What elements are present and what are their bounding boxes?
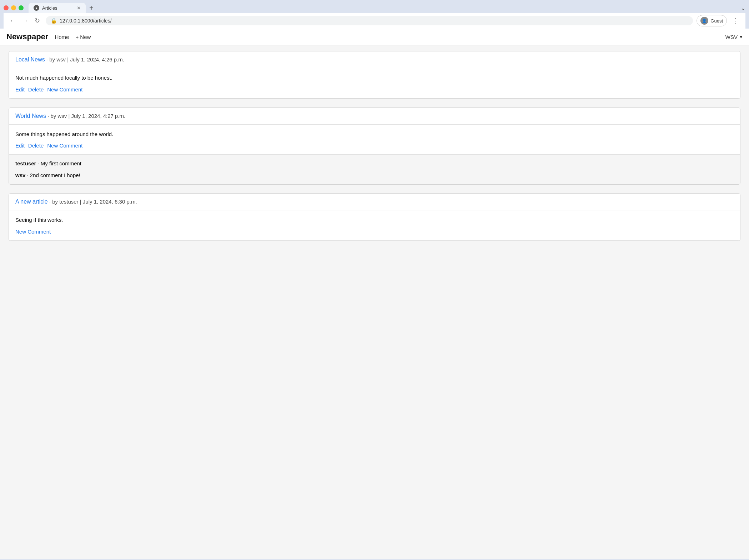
tab-title: Articles (42, 5, 57, 11)
url-bar[interactable]: 🔒 (46, 16, 693, 25)
action-new-comment-link[interactable]: New Comment (47, 86, 82, 92)
profile-button[interactable]: 👤 Guest (697, 15, 727, 26)
article-body: Some things happened around the world.Ed… (9, 125, 740, 155)
active-tab[interactable]: ● Articles ✕ (29, 3, 86, 13)
article-meta: · by wsv | July 1, 2024, 4:27 p.m. (46, 113, 125, 119)
tab-list-button[interactable]: ⌄ (741, 5, 745, 11)
action-delete-link[interactable]: Delete (28, 142, 44, 149)
article-card: World News · by wsv | July 1, 2024, 4:27… (9, 108, 740, 185)
back-button[interactable]: ← (8, 16, 18, 26)
security-icon: 🔒 (51, 18, 57, 24)
action-new-comment-link[interactable]: New Comment (15, 229, 51, 235)
comment: wsv · 2nd comment I hope! (15, 171, 734, 180)
article-card: Local News · by wsv | July 1, 2024, 4:26… (9, 51, 740, 99)
browser-chrome: ● Articles ✕ + ⌄ ← → ↻ 🔒 👤 Guest ⋮ (0, 0, 749, 29)
reload-button[interactable]: ↻ (32, 16, 42, 26)
article-header: World News · by wsv | July 1, 2024, 4:27… (9, 108, 740, 125)
maximize-button[interactable] (19, 5, 24, 10)
action-new-comment-link[interactable]: New Comment (47, 142, 82, 149)
article-text: Some things happened around the world. (15, 130, 734, 139)
comment: testuser · My first comment (15, 160, 734, 168)
article-title-link[interactable]: A new article (15, 199, 48, 205)
window-controls (4, 5, 24, 10)
article-card: A new article · by testuser | July 1, 20… (9, 193, 740, 241)
tab-bar: ● Articles ✕ + ⌄ (4, 3, 745, 13)
article-title-link[interactable]: World News (15, 113, 46, 119)
action-edit-link[interactable]: Edit (15, 142, 25, 149)
user-menu[interactable]: WSV ▾ (725, 34, 743, 40)
article-header: Local News · by wsv | July 1, 2024, 4:26… (9, 51, 740, 68)
article-actions: EditDeleteNew Comment (15, 86, 734, 92)
tab-close-button[interactable]: ✕ (77, 6, 81, 10)
page-content: Newspaper Home + New WSV ▾ Local News · … (0, 29, 749, 559)
article-actions: New Comment (15, 229, 734, 235)
action-delete-link[interactable]: Delete (28, 86, 44, 92)
close-button[interactable] (4, 5, 9, 10)
minimize-button[interactable] (11, 5, 16, 10)
tab-favicon: ● (34, 5, 39, 11)
article-body: Seeing if this works.New Comment (9, 210, 740, 241)
user-label: WSV (725, 34, 738, 40)
article-meta: · by wsv | July 1, 2024, 4:26 p.m. (45, 56, 124, 62)
nav-buttons: ← → ↻ (8, 16, 42, 26)
new-tab-button[interactable]: + (87, 4, 96, 12)
article-title-link[interactable]: Local News (15, 56, 45, 62)
profile-label: Guest (710, 18, 723, 24)
article-text: Seeing if this works. (15, 216, 734, 224)
comment-author: testuser (15, 160, 36, 166)
app-title: Newspaper (6, 32, 48, 41)
article-body: Not much happened locally to be honest.E… (9, 68, 740, 99)
address-bar: ← → ↻ 🔒 👤 Guest ⋮ (4, 13, 745, 29)
forward-button[interactable]: → (20, 16, 30, 26)
url-input[interactable] (60, 18, 688, 24)
article-header: A new article · by testuser | July 1, 20… (9, 194, 740, 210)
comments-section: testuser · My first commentwsv · 2nd com… (9, 155, 740, 184)
article-meta: · by testuser | July 1, 2024, 6:30 p.m. (48, 199, 137, 205)
new-article-link[interactable]: + New (75, 34, 91, 40)
articles-container: Local News · by wsv | July 1, 2024, 4:26… (0, 45, 749, 559)
article-actions: EditDeleteNew Comment (15, 142, 734, 149)
profile-avatar: 👤 (700, 17, 708, 25)
comment-author: wsv (15, 172, 25, 178)
browser-menu-button[interactable]: ⋮ (730, 15, 741, 26)
article-text: Not much happened locally to be honest. (15, 74, 734, 82)
app-navbar: Newspaper Home + New WSV ▾ (0, 29, 749, 45)
user-arrow-icon: ▾ (740, 34, 743, 40)
home-link[interactable]: Home (55, 34, 69, 40)
action-edit-link[interactable]: Edit (15, 86, 25, 92)
